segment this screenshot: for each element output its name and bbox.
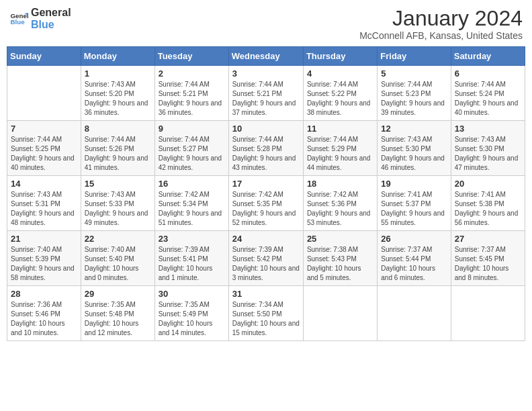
day-info: Sunrise: 7:40 AM Sunset: 5:39 PM Dayligh… bbox=[11, 245, 77, 283]
calendar-cell: 8Sunrise: 7:44 AM Sunset: 5:26 PM Daylig… bbox=[81, 121, 154, 176]
day-number: 19 bbox=[381, 179, 447, 189]
calendar-cell: 7Sunrise: 7:44 AM Sunset: 5:25 PM Daylig… bbox=[7, 121, 81, 176]
calendar-cell: 18Sunrise: 7:42 AM Sunset: 5:36 PM Dayli… bbox=[303, 176, 377, 231]
calendar-cell bbox=[303, 286, 377, 341]
day-info: Sunrise: 7:35 AM Sunset: 5:49 PM Dayligh… bbox=[159, 300, 225, 338]
day-number: 12 bbox=[381, 124, 447, 134]
logo-icon: General Blue bbox=[9, 9, 28, 28]
header: General Blue General Blue January 2024 M… bbox=[7, 7, 525, 41]
calendar-cell: 29Sunrise: 7:35 AM Sunset: 5:48 PM Dayli… bbox=[81, 286, 154, 341]
day-number: 26 bbox=[381, 234, 447, 244]
day-number: 10 bbox=[232, 124, 300, 134]
day-info: Sunrise: 7:37 AM Sunset: 5:44 PM Dayligh… bbox=[381, 245, 447, 283]
calendar-cell: 12Sunrise: 7:43 AM Sunset: 5:30 PM Dayli… bbox=[378, 121, 451, 176]
calendar-cell: 1Sunrise: 7:43 AM Sunset: 5:20 PM Daylig… bbox=[81, 66, 154, 121]
day-info: Sunrise: 7:41 AM Sunset: 5:37 PM Dayligh… bbox=[381, 190, 447, 228]
column-header-wednesday: Wednesday bbox=[228, 47, 303, 66]
day-info: Sunrise: 7:44 AM Sunset: 5:22 PM Dayligh… bbox=[307, 80, 373, 118]
day-number: 30 bbox=[159, 289, 225, 299]
calendar-cell: 5Sunrise: 7:44 AM Sunset: 5:23 PM Daylig… bbox=[378, 66, 451, 121]
day-number: 25 bbox=[307, 234, 373, 244]
day-info: Sunrise: 7:44 AM Sunset: 5:21 PM Dayligh… bbox=[159, 80, 225, 118]
day-number: 13 bbox=[455, 124, 521, 134]
day-number: 18 bbox=[307, 179, 373, 189]
day-info: Sunrise: 7:43 AM Sunset: 5:33 PM Dayligh… bbox=[85, 190, 151, 228]
day-number: 16 bbox=[159, 179, 225, 189]
day-number: 4 bbox=[307, 68, 373, 79]
day-number: 21 bbox=[11, 234, 77, 244]
day-number: 7 bbox=[11, 124, 77, 134]
calendar-cell: 25Sunrise: 7:38 AM Sunset: 5:43 PM Dayli… bbox=[303, 231, 377, 286]
day-number: 23 bbox=[159, 234, 225, 244]
calendar-cell: 13Sunrise: 7:43 AM Sunset: 5:30 PM Dayli… bbox=[451, 121, 525, 176]
day-number: 24 bbox=[232, 234, 300, 244]
day-info: Sunrise: 7:44 AM Sunset: 5:21 PM Dayligh… bbox=[232, 80, 300, 118]
calendar-week-row: 14Sunrise: 7:43 AM Sunset: 5:31 PM Dayli… bbox=[7, 176, 525, 231]
calendar-cell: 3Sunrise: 7:44 AM Sunset: 5:21 PM Daylig… bbox=[228, 66, 303, 121]
calendar-cell: 15Sunrise: 7:43 AM Sunset: 5:33 PM Dayli… bbox=[81, 176, 154, 231]
day-number: 1 bbox=[85, 68, 151, 79]
calendar-cell: 31Sunrise: 7:34 AM Sunset: 5:50 PM Dayli… bbox=[228, 286, 303, 341]
calendar-week-row: 7Sunrise: 7:44 AM Sunset: 5:25 PM Daylig… bbox=[7, 121, 525, 176]
month-title: January 2024 bbox=[359, 7, 523, 30]
calendar-week-row: 28Sunrise: 7:36 AM Sunset: 5:46 PM Dayli… bbox=[7, 286, 525, 341]
day-info: Sunrise: 7:41 AM Sunset: 5:38 PM Dayligh… bbox=[455, 190, 521, 228]
day-number: 14 bbox=[11, 179, 77, 189]
calendar-cell: 2Sunrise: 7:44 AM Sunset: 5:21 PM Daylig… bbox=[154, 66, 228, 121]
day-info: Sunrise: 7:44 AM Sunset: 5:28 PM Dayligh… bbox=[232, 135, 300, 173]
column-header-friday: Friday bbox=[378, 47, 451, 66]
day-info: Sunrise: 7:34 AM Sunset: 5:50 PM Dayligh… bbox=[232, 300, 300, 338]
day-info: Sunrise: 7:42 AM Sunset: 5:35 PM Dayligh… bbox=[232, 190, 300, 228]
calendar-week-row: 1Sunrise: 7:43 AM Sunset: 5:20 PM Daylig… bbox=[7, 66, 525, 121]
day-number: 20 bbox=[455, 179, 521, 189]
calendar-cell: 19Sunrise: 7:41 AM Sunset: 5:37 PM Dayli… bbox=[378, 176, 451, 231]
day-info: Sunrise: 7:35 AM Sunset: 5:48 PM Dayligh… bbox=[85, 300, 151, 338]
day-info: Sunrise: 7:43 AM Sunset: 5:30 PM Dayligh… bbox=[381, 135, 447, 173]
calendar-table: SundayMondayTuesdayWednesdayThursdayFrid… bbox=[7, 46, 525, 341]
logo: General Blue General Blue bbox=[9, 7, 71, 30]
day-number: 15 bbox=[85, 179, 151, 189]
column-header-tuesday: Tuesday bbox=[154, 47, 228, 66]
location-subtitle: McConnell AFB, Kansas, United States bbox=[359, 30, 523, 41]
calendar-cell: 9Sunrise: 7:44 AM Sunset: 5:27 PM Daylig… bbox=[154, 121, 228, 176]
calendar-cell: 20Sunrise: 7:41 AM Sunset: 5:38 PM Dayli… bbox=[451, 176, 525, 231]
calendar-cell: 21Sunrise: 7:40 AM Sunset: 5:39 PM Dayli… bbox=[7, 231, 81, 286]
day-number: 8 bbox=[85, 124, 151, 134]
day-number: 6 bbox=[455, 68, 521, 79]
day-info: Sunrise: 7:44 AM Sunset: 5:25 PM Dayligh… bbox=[11, 135, 77, 173]
day-info: Sunrise: 7:37 AM Sunset: 5:45 PM Dayligh… bbox=[455, 245, 521, 283]
column-header-monday: Monday bbox=[81, 47, 154, 66]
day-info: Sunrise: 7:42 AM Sunset: 5:34 PM Dayligh… bbox=[159, 190, 225, 228]
calendar-week-row: 21Sunrise: 7:40 AM Sunset: 5:39 PM Dayli… bbox=[7, 231, 525, 286]
calendar-cell: 17Sunrise: 7:42 AM Sunset: 5:35 PM Dayli… bbox=[228, 176, 303, 231]
day-info: Sunrise: 7:36 AM Sunset: 5:46 PM Dayligh… bbox=[11, 300, 77, 338]
day-number: 17 bbox=[232, 179, 300, 189]
day-number: 9 bbox=[159, 124, 225, 134]
calendar-cell bbox=[451, 286, 525, 341]
calendar-cell: 26Sunrise: 7:37 AM Sunset: 5:44 PM Dayli… bbox=[378, 231, 451, 286]
day-number: 31 bbox=[232, 289, 300, 299]
calendar-cell: 28Sunrise: 7:36 AM Sunset: 5:46 PM Dayli… bbox=[7, 286, 81, 341]
calendar-cell: 10Sunrise: 7:44 AM Sunset: 5:28 PM Dayli… bbox=[228, 121, 303, 176]
day-info: Sunrise: 7:39 AM Sunset: 5:42 PM Dayligh… bbox=[232, 245, 300, 283]
calendar-cell bbox=[7, 66, 81, 121]
calendar-cell: 22Sunrise: 7:40 AM Sunset: 5:40 PM Dayli… bbox=[81, 231, 154, 286]
day-number: 3 bbox=[232, 68, 300, 79]
day-number: 27 bbox=[455, 234, 521, 244]
calendar-cell: 30Sunrise: 7:35 AM Sunset: 5:49 PM Dayli… bbox=[154, 286, 228, 341]
calendar-body: 1Sunrise: 7:43 AM Sunset: 5:20 PM Daylig… bbox=[7, 66, 525, 341]
column-header-saturday: Saturday bbox=[451, 47, 525, 66]
logo-general-text: General bbox=[31, 7, 71, 19]
svg-text:Blue: Blue bbox=[10, 18, 25, 26]
day-info: Sunrise: 7:40 AM Sunset: 5:40 PM Dayligh… bbox=[85, 245, 151, 283]
calendar-cell: 27Sunrise: 7:37 AM Sunset: 5:45 PM Dayli… bbox=[451, 231, 525, 286]
calendar-cell: 24Sunrise: 7:39 AM Sunset: 5:42 PM Dayli… bbox=[228, 231, 303, 286]
day-info: Sunrise: 7:38 AM Sunset: 5:43 PM Dayligh… bbox=[307, 245, 373, 283]
day-number: 11 bbox=[307, 124, 373, 134]
column-header-thursday: Thursday bbox=[303, 47, 377, 66]
day-info: Sunrise: 7:43 AM Sunset: 5:31 PM Dayligh… bbox=[11, 190, 77, 228]
day-number: 29 bbox=[85, 289, 151, 299]
calendar-cell: 11Sunrise: 7:44 AM Sunset: 5:29 PM Dayli… bbox=[303, 121, 377, 176]
calendar-cell: 6Sunrise: 7:44 AM Sunset: 5:24 PM Daylig… bbox=[451, 66, 525, 121]
calendar-cell: 4Sunrise: 7:44 AM Sunset: 5:22 PM Daylig… bbox=[303, 66, 377, 121]
